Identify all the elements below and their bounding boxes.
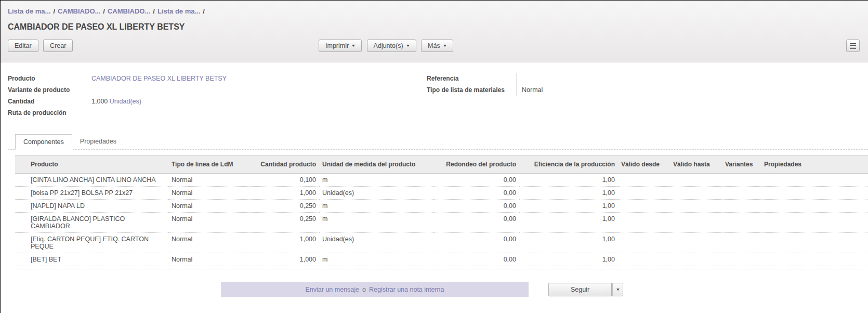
chevron-down-icon xyxy=(616,289,620,291)
quantity-uom-link[interactable]: Unidad(es) xyxy=(110,98,141,105)
header-redondeo[interactable]: Redondeo del producto xyxy=(433,155,519,174)
breadcrumb-item-1[interactable]: CAMBIADO... xyxy=(58,7,100,15)
table-cell: Unidad(es) xyxy=(319,233,433,253)
table-cell: 1,000 xyxy=(249,187,319,200)
breadcrumb-separator: / xyxy=(150,7,157,15)
header-tipo-linea-ldm[interactable]: Tipo de línea de LdM xyxy=(168,155,249,174)
table-cell xyxy=(670,253,722,266)
send-message-link[interactable]: Enviar un mensaje xyxy=(305,286,359,293)
table-cell: 1,000 xyxy=(249,253,319,266)
chevron-down-icon xyxy=(443,45,446,47)
table-cell: 0,00 xyxy=(433,187,519,200)
header-valido-hasta[interactable]: Válido hasta xyxy=(670,155,722,174)
cell-product: [bolsa PP 21x27] BOLSA PP 21x27 xyxy=(15,187,168,200)
edit-button[interactable]: Editar xyxy=(8,40,38,52)
table-row[interactable]: [Etiq. CARTON PEQUE] ETIQ. CARTON PEQUE … xyxy=(15,233,868,253)
table-cell: Normal xyxy=(168,213,249,233)
product-variant-value xyxy=(91,84,227,96)
table-cell: Normal xyxy=(168,187,249,200)
more-button-label: Más xyxy=(428,42,440,49)
table-cell: m xyxy=(319,213,433,233)
product-variant-label: Variante de producto xyxy=(8,84,86,96)
form-group-right: Referencia Tipo de lista de materiales N… xyxy=(427,73,543,96)
bom-type-value: Normal xyxy=(522,84,543,96)
table-cell xyxy=(761,200,868,213)
table-cell: Unidad(es) xyxy=(319,187,433,200)
print-button[interactable]: Imprimir xyxy=(319,40,362,52)
view-switcher-button[interactable] xyxy=(846,40,860,52)
quantity-label: Cantidad xyxy=(8,96,86,107)
table-cell xyxy=(670,174,722,187)
reference-label: Referencia xyxy=(427,73,516,84)
table-cell xyxy=(761,233,868,253)
table-row[interactable]: [NAPLD] NAPA LD Normal 0,250 m 0,00 1,00 xyxy=(15,200,868,213)
table-cell: 1,00 xyxy=(519,233,618,253)
table-cell xyxy=(670,233,722,253)
breadcrumb-item-0[interactable]: Lista de ma... xyxy=(8,7,50,15)
table-row[interactable]: [BET] BET Normal 1,000 m 0,00 1,00 xyxy=(15,253,868,266)
log-note-link[interactable]: Registrar una nota interna xyxy=(369,286,444,293)
page-title: CAMBIADOR DE PASEO XL LIBERTY BETSY xyxy=(8,22,861,32)
product-value-link[interactable]: CAMBIADOR DE PASEO XL LIBERTY BETSY xyxy=(91,75,227,82)
breadcrumb: Lista de ma.../CAMBIADO.../CAMBIADO.../L… xyxy=(1,6,868,15)
toolbar-left: Editar Crear xyxy=(8,41,73,49)
cell-product: [NAPLD] NAPA LD xyxy=(15,200,168,213)
header: Lista de ma.../CAMBIADO.../CAMBIADO.../L… xyxy=(1,1,868,62)
table-cell xyxy=(761,253,868,266)
table-cell: 0,00 xyxy=(433,200,519,213)
form-values-right: Normal xyxy=(516,73,543,96)
cell-product: [Etiq. CARTON PEQUE] ETIQ. CARTON PEQUE xyxy=(15,233,168,253)
header-cantidad-producto[interactable]: Cantidad producto xyxy=(249,155,319,174)
attachments-button-label: Adjunto(s) xyxy=(374,42,403,49)
tab-componentes[interactable]: Componentes xyxy=(15,134,72,150)
table-row[interactable]: [CINTA LINO ANCHA] CINTA LINO ANCHA Norm… xyxy=(15,174,868,187)
cell-product: [BET] BET xyxy=(15,253,168,266)
edit-button-label: Editar xyxy=(15,42,32,49)
chatter: Enviar un mensaje o Registrar una nota i… xyxy=(8,282,868,313)
table-row[interactable]: [GIRALDA BLANCO] PLASTICO CAMBIADOR Norm… xyxy=(15,213,868,233)
breadcrumb-item-3[interactable]: Lista de ma... xyxy=(157,7,200,15)
table-cell xyxy=(722,253,761,266)
quantity-number: 1,000 xyxy=(91,98,108,105)
breadcrumb-separator: / xyxy=(50,7,58,15)
table-cell xyxy=(670,187,722,200)
tab-bar: Componentes Propiedades xyxy=(8,134,868,150)
app-window: Lista de ma.../CAMBIADO.../CAMBIADO.../L… xyxy=(0,0,868,313)
sheet-bottom-border xyxy=(15,266,862,269)
components-table: Producto Tipo de línea de LdM Cantidad p… xyxy=(15,155,868,266)
table-cell: Normal xyxy=(168,233,249,253)
create-button[interactable]: Crear xyxy=(43,40,73,52)
table-cell xyxy=(722,187,761,200)
table-cell: m xyxy=(319,174,433,187)
more-button[interactable]: Más xyxy=(421,40,453,52)
follow-dropdown-button[interactable] xyxy=(612,283,623,296)
header-propiedades[interactable]: Propiedades xyxy=(761,155,868,174)
attachments-button[interactable]: Adjunto(s) xyxy=(367,40,416,52)
tab-propiedades[interactable]: Propiedades xyxy=(72,134,124,149)
breadcrumb-separator: / xyxy=(200,7,207,15)
table-cell: 1,00 xyxy=(519,187,618,200)
table-cell: 1,00 xyxy=(519,253,618,266)
header-unidad-medida[interactable]: Unidad de medida del producto xyxy=(319,155,433,174)
breadcrumb-item-2[interactable]: CAMBIADO... xyxy=(108,7,150,15)
header-variantes[interactable]: Variantes xyxy=(722,155,761,174)
table-cell: m xyxy=(319,253,433,266)
table-cell xyxy=(618,174,670,187)
table-row[interactable]: [bolsa PP 21x27] BOLSA PP 21x27 Normal 1… xyxy=(15,187,868,200)
toolbar-center: Imprimir Adjunto(s) Más xyxy=(319,40,453,52)
form-labels-right: Referencia Tipo de lista de materiales xyxy=(427,73,516,96)
production-route-value xyxy=(91,107,227,119)
table-cell xyxy=(761,187,868,200)
follow-button[interactable]: Seguir xyxy=(548,283,612,296)
table-cell: 1,000 xyxy=(249,233,319,253)
table-cell: 0,100 xyxy=(249,174,319,187)
chevron-down-icon xyxy=(352,45,355,47)
header-producto[interactable]: Producto xyxy=(15,155,168,174)
header-eficiencia[interactable]: Eficiencia de la producción xyxy=(519,155,618,174)
header-valido-desde[interactable]: Válido desde xyxy=(618,155,670,174)
table-cell xyxy=(722,213,761,233)
table-cell: 0,00 xyxy=(433,213,519,233)
table-cell xyxy=(722,233,761,253)
table-cell: m xyxy=(319,200,433,213)
table-cell xyxy=(670,200,722,213)
